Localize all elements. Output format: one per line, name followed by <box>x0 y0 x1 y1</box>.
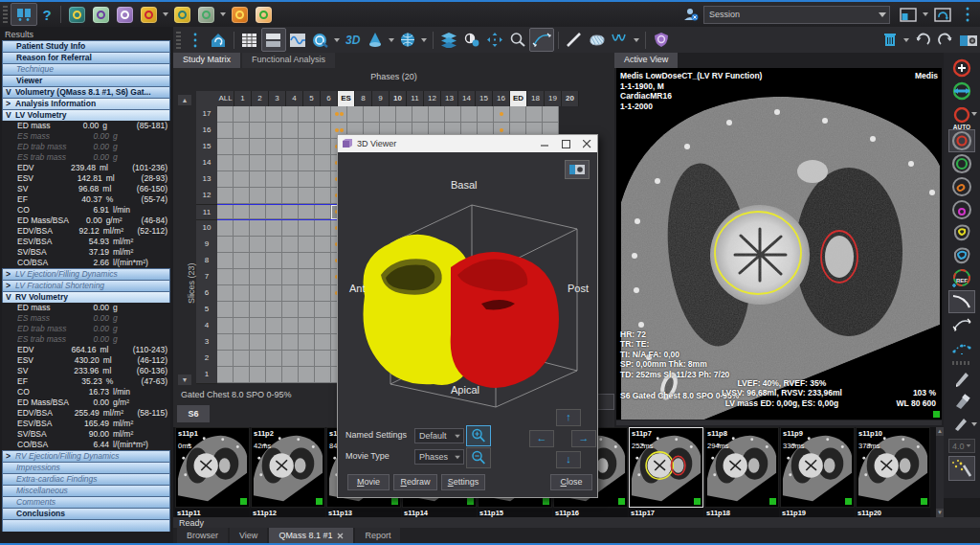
dialog-3d-scene[interactable]: Basal Ant Post Apical Named Settings Def… <box>338 152 597 497</box>
matrix-cell[interactable] <box>331 106 347 123</box>
tab-qmass[interactable]: QMass 8.1 #1 <box>269 528 353 543</box>
phase-column-15[interactable]: 15 <box>476 91 493 106</box>
toolbar-grip[interactable] <box>3 6 8 23</box>
phase-column-4[interactable]: 4 <box>286 91 303 106</box>
ct-image-viewport[interactable]: Medis LowDoseCT_(LV RV Function) 1-1-190… <box>616 68 942 420</box>
matrix-cell[interactable] <box>526 106 543 123</box>
matrix-cell[interactable] <box>266 285 282 302</box>
matrix-cell[interactable] <box>315 237 331 253</box>
matrix-cell[interactable] <box>282 302 299 318</box>
matrix-cell[interactable] <box>282 106 299 123</box>
pencil-icon[interactable] <box>948 367 975 390</box>
matrix-cell[interactable] <box>315 171 331 188</box>
pen-width-select[interactable]: 4.0 <box>948 439 975 453</box>
phase-column-11[interactable]: 11 <box>407 91 424 106</box>
close-icon[interactable] <box>337 533 344 539</box>
rv-endo-contour-icon[interactable] <box>948 175 975 198</box>
matrix-cell[interactable] <box>299 106 315 123</box>
phase-column-18[interactable]: 18 <box>527 91 545 106</box>
settings-button[interactable]: Settings <box>441 474 485 490</box>
close-button[interactable]: Close <box>550 474 592 490</box>
minimize-icon[interactable] <box>534 135 555 152</box>
sidebar-section-lv-fractional-shortening[interactable]: >LV Fractional Shortening <box>2 280 170 291</box>
thumbnail-s11p1[interactable]: s11p10ms <box>175 427 250 508</box>
thumbnail-s11p9[interactable]: s11p9336ms <box>780 427 855 508</box>
app-icon-qmap[interactable] <box>198 7 214 23</box>
matrix-cell[interactable] <box>217 285 234 302</box>
view-layout-dropdown[interactable] <box>923 12 928 16</box>
sidebar-section-volumetry-qmass-8-1-1-s6-gat[interactable]: VVolumetry (QMass 8.1 #1, S6) Gat... <box>2 86 170 98</box>
zoom-out-icon[interactable] <box>466 447 491 468</box>
matrix-cell[interactable] <box>250 253 266 269</box>
sidebar-section-conclusions[interactable]: Conclusions <box>2 508 170 519</box>
matrix-cell[interactable] <box>315 318 331 334</box>
matrix-cell[interactable] <box>217 220 234 237</box>
overflow-menu-icon[interactable] <box>955 4 980 25</box>
matrix-cell[interactable] <box>299 318 315 334</box>
lv-epi-contour-icon[interactable] <box>948 152 975 175</box>
sidebar-section-reason-for-referral[interactable]: Reason for Referral <box>2 52 170 63</box>
matrix-cell[interactable] <box>299 302 315 318</box>
matrix-cell[interactable] <box>234 171 250 188</box>
film-strip-icon[interactable] <box>261 28 286 52</box>
matrix-cell[interactable] <box>299 351 315 367</box>
curve-tool-dropdown[interactable] <box>634 38 639 42</box>
cone-beam-icon[interactable] <box>364 29 387 51</box>
matrix-cell[interactable] <box>299 171 315 188</box>
roi-cyan-icon[interactable] <box>948 244 975 267</box>
matrix-cell[interactable] <box>250 318 266 334</box>
matrix-cell[interactable] <box>266 318 282 334</box>
phase-column-8[interactable]: 8 <box>355 91 372 106</box>
matrix-cell[interactable] <box>510 106 526 123</box>
delete-icon[interactable] <box>879 29 902 51</box>
matrix-cell[interactable] <box>217 106 234 123</box>
matrix-cell[interactable] <box>266 367 282 383</box>
matrix-cell[interactable] <box>234 351 250 367</box>
phase-column-20[interactable]: 20 <box>562 91 579 106</box>
session-combobox[interactable]: Session <box>703 6 890 24</box>
matrix-cell[interactable] <box>217 171 234 188</box>
app-icon-edit[interactable] <box>117 7 133 23</box>
undo-icon[interactable] <box>911 29 934 51</box>
sidebar-section-lv-volumetry[interactable]: VLV Volumetry <box>2 109 170 121</box>
phase-column-2[interactable]: 2 <box>252 91 269 106</box>
phase-column-19[interactable]: 19 <box>545 91 562 106</box>
rotate-down-icon[interactable]: ↓ <box>556 451 581 468</box>
matrix-cell[interactable] <box>315 269 331 285</box>
add-contour-icon[interactable] <box>948 57 975 79</box>
phase-column-12[interactable]: 12 <box>424 91 441 106</box>
view-layout-button[interactable] <box>896 4 921 25</box>
thumbnail-s11p7[interactable]: s11p7252ms <box>629 427 703 508</box>
three-d-view-icon[interactable]: 3D <box>342 34 364 47</box>
phase-column-13[interactable]: 13 <box>441 91 458 106</box>
matrix-cell[interactable] <box>315 139 331 155</box>
tab-browser[interactable]: Browser <box>177 528 228 543</box>
auto-dropdown[interactable] <box>971 112 977 116</box>
phase-column-10[interactable]: 10 <box>390 91 407 106</box>
phase-column-6[interactable]: 6 <box>321 91 338 106</box>
matrix-cell[interactable] <box>461 106 478 123</box>
named-settings-select[interactable]: Default <box>414 428 464 443</box>
matrix-cell[interactable] <box>282 367 299 383</box>
movie-type-select[interactable]: Phases <box>414 449 464 465</box>
dialog-3d-viewer[interactable]: 3D Viewer Basal An <box>337 134 598 498</box>
auto-lv-rv-icon[interactable] <box>948 79 975 102</box>
matrix-cell[interactable] <box>250 302 266 318</box>
matrix-cell[interactable] <box>282 205 299 219</box>
thumbnail-s11p8[interactable]: s11p8294ms <box>704 427 779 508</box>
app-icon-flow[interactable] <box>141 7 157 23</box>
matrix-cell[interactable] <box>266 351 282 367</box>
matrix-cell[interactable] <box>234 285 250 302</box>
matrix-cell[interactable] <box>250 123 266 139</box>
matrix-cell[interactable] <box>299 367 315 383</box>
toolbar-menu-icon[interactable] <box>184 29 207 51</box>
help-icon[interactable]: ? <box>37 7 56 23</box>
matrix-cell[interactable] <box>266 155 282 171</box>
matrix-cell[interactable] <box>217 123 234 139</box>
rotate-right-icon[interactable]: → <box>571 430 596 447</box>
phase-column-ALL[interactable]: ALL <box>217 91 234 106</box>
matrix-cell[interactable] <box>315 188 331 204</box>
matrix-cell[interactable] <box>234 269 250 285</box>
magic-wand-icon[interactable] <box>948 456 975 481</box>
matrix-cell[interactable] <box>396 106 412 123</box>
